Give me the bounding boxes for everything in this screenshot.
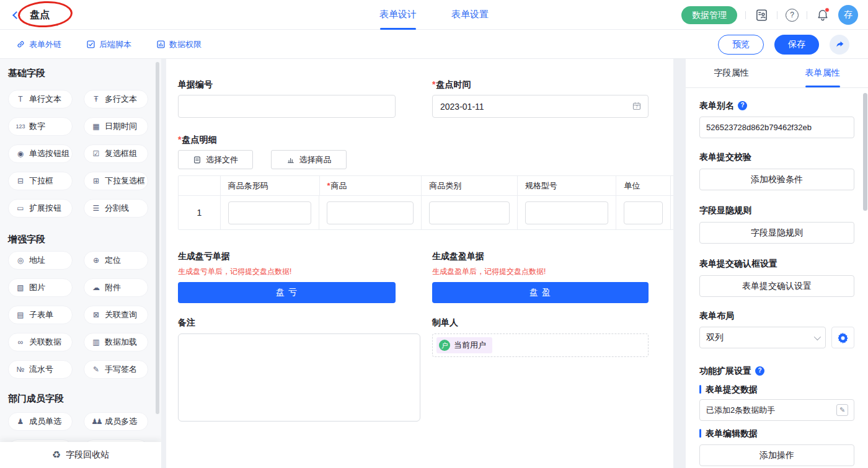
page-title: 盘点 <box>30 9 50 22</box>
layout-select[interactable]: 双列 <box>699 327 826 348</box>
sidebar-item-location[interactable]: ⊕定位 <box>84 251 148 270</box>
handbook-icon[interactable] <box>754 7 769 22</box>
sidebar-item-signature[interactable]: ✎手写签名 <box>84 360 148 379</box>
help-icon[interactable] <box>755 366 764 376</box>
extend-button-icon: ▭ <box>16 205 25 212</box>
remark-textarea[interactable] <box>178 333 420 422</box>
sidebar-item-datetime[interactable]: ▦日期时间 <box>84 117 148 136</box>
share-button[interactable] <box>830 35 849 55</box>
basic-fields-grid: T单行文本 Ŧ多行文本 123数字 ▦日期时间 ◉单选按钮组 ☑复选框组 ⊟下拉… <box>0 90 161 218</box>
single-line-text-icon: T <box>16 95 25 103</box>
form-alias-input[interactable] <box>699 117 854 138</box>
sidebar-item-linked-data[interactable]: ∞关联数据 <box>8 333 73 351</box>
edit-data-label: 表单编辑数据 <box>699 427 854 439</box>
number-icon: 123 <box>16 124 25 130</box>
sidebar-item-number[interactable]: 123数字 <box>8 117 73 136</box>
spec-input[interactable] <box>525 201 609 224</box>
barcode-input[interactable] <box>228 201 312 224</box>
form-layout-label: 表单布局 <box>699 309 854 322</box>
doc-number-input[interactable] <box>178 95 396 118</box>
sidebar-item-select[interactable]: ⊟下拉框 <box>8 172 73 190</box>
product-input[interactable] <box>327 201 414 224</box>
sidebar-item-single-line-text[interactable]: T单行文本 <box>8 90 73 108</box>
lookup-query-icon: ⊠ <box>91 311 101 319</box>
save-button[interactable]: 保存 <box>774 35 819 55</box>
help-icon[interactable] <box>786 9 799 22</box>
inventory-date-input[interactable] <box>432 95 649 118</box>
submit-confirm-button[interactable]: 表单提交确认设置 <box>699 275 854 297</box>
category-input[interactable] <box>429 201 510 224</box>
help-icon[interactable] <box>738 101 747 110</box>
loss-label: 生成盘亏单据 <box>178 250 396 262</box>
extension-settings-label: 功能扩展设置 <box>699 364 854 377</box>
backend-script-link[interactable]: 后端脚本 <box>86 39 131 50</box>
sidebar-item-multi-line-text[interactable]: Ŧ多行文本 <box>84 90 148 108</box>
sidebar-item-serial-number[interactable]: №流水号 <box>8 360 73 379</box>
field-doc-number[interactable]: 单据编号 <box>178 78 396 118</box>
select-file-button[interactable]: 选择文件 <box>178 150 253 169</box>
sidebar-item-subform[interactable]: ▤子表单 <box>8 306 73 324</box>
preview-button[interactable]: 预览 <box>718 35 764 55</box>
tab-form-settings[interactable]: 表单设置 <box>451 0 489 30</box>
data-manage-button[interactable]: 数据管理 <box>681 6 737 24</box>
profit-button[interactable]: 盘 盈 <box>432 282 649 303</box>
tab-form-properties[interactable]: 表单属性 <box>777 59 868 87</box>
inventory-date-label: *盘点时间 <box>432 78 649 91</box>
field-recycle-bin[interactable]: ♻ 字段回收站 <box>0 442 161 468</box>
sidebar-item-checkbox-group[interactable]: ☑复选框组 <box>84 144 148 163</box>
people-icon: ♟♟ <box>91 418 101 425</box>
sidebar-item-member-single[interactable]: ♟成员单选 <box>8 412 73 431</box>
submit-data-label: 表单提交数据 <box>699 383 854 395</box>
sidebar-item-member-multi[interactable]: ♟♟成员多选 <box>84 412 148 431</box>
edit-pencil-icon[interactable]: ✎ <box>836 404 848 416</box>
tab-form-design[interactable]: 表单设计 <box>379 0 417 30</box>
data-load-icon: ▥ <box>91 338 101 346</box>
select-product-button[interactable]: 选择商品 <box>271 150 347 169</box>
field-visibility-button[interactable]: 字段显隐规则 <box>699 222 854 244</box>
submit-data-box[interactable]: 已添加2条数据助手 ✎ <box>699 399 854 421</box>
header-tabs: 表单设计 表单设置 <box>379 0 489 30</box>
divider <box>745 11 746 19</box>
image-icon: ▧ <box>16 284 25 291</box>
panel-scrollbar[interactable] <box>863 93 867 211</box>
field-visibility-label: 字段显隐规则 <box>699 204 854 216</box>
toolbar-links: 表单外链 后端脚本 数据权限 <box>16 30 202 59</box>
loss-button[interactable]: 盘 亏 <box>178 282 396 303</box>
sidebar-item-attachment[interactable]: ☁附件 <box>84 278 148 297</box>
sidebar-scrollbar[interactable] <box>156 62 159 414</box>
col-header-rowno <box>179 176 221 195</box>
submit-validation-label: 表单提交校验 <box>699 151 854 163</box>
unit-input[interactable] <box>624 201 663 224</box>
form-external-link[interactable]: 表单外链 <box>16 39 61 50</box>
sidebar-item-multi-select[interactable]: ⊞下拉复选框 <box>84 172 148 190</box>
add-operation-button[interactable]: 添加操作 <box>699 444 854 466</box>
layout-settings-button[interactable] <box>831 327 854 348</box>
sidebar-item-lookup-query[interactable]: ⊠关联查询 <box>84 306 148 324</box>
sidebar-item-address[interactable]: ◎地址 <box>8 251 73 270</box>
avatar[interactable]: 存 <box>838 5 858 25</box>
sidebar-item-divider[interactable]: ☰分割线 <box>84 199 148 218</box>
add-validation-button[interactable]: 添加校验条件 <box>699 169 854 190</box>
profit-hint: 生成盘盈单后，记得提交盘点数据! <box>432 267 649 276</box>
field-generate-loss: 生成盘亏单据 生成盘亏单后，记得提交盘点数据! 盘 亏 <box>178 250 396 303</box>
data-permission-link[interactable]: 数据权限 <box>156 39 202 50</box>
multi-line-text-icon: Ŧ <box>91 95 101 103</box>
address-pin-icon: ◎ <box>16 257 25 264</box>
divider <box>807 11 807 19</box>
sidebar-item-image[interactable]: ▧图片 <box>8 278 73 297</box>
col-header-barcode: 商品条形码 <box>221 176 320 195</box>
sidebar-item-radio-group[interactable]: ◉单选按钮组 <box>8 144 73 163</box>
enhanced-fields-grid: ◎地址 ⊕定位 ▧图片 ☁附件 ▤子表单 ⊠关联查询 ∞关联数据 ▥数据加载 №… <box>0 251 161 379</box>
location-icon: ⊕ <box>91 257 101 264</box>
back-icon[interactable] <box>12 11 20 19</box>
maker-value-box[interactable]: 户 当前用户 <box>432 333 649 357</box>
notification-bell-icon[interactable] <box>815 7 830 22</box>
sidebar-item-data-load[interactable]: ▥数据加载 <box>84 333 148 351</box>
tab-field-properties[interactable]: 字段属性 <box>686 59 777 87</box>
current-user-tag: 户 当前用户 <box>436 337 492 353</box>
field-inventory-date[interactable]: *盘点时间 7 <box>432 78 649 118</box>
form-designer-app: 盘点 表单设计 表单设置 数据管理 <box>0 0 868 468</box>
divider-icon: ☰ <box>91 205 101 212</box>
sidebar-item-extend-button[interactable]: ▭扩展按钮 <box>8 199 73 218</box>
section-title-basic-fields: 基础字段 <box>8 67 161 79</box>
